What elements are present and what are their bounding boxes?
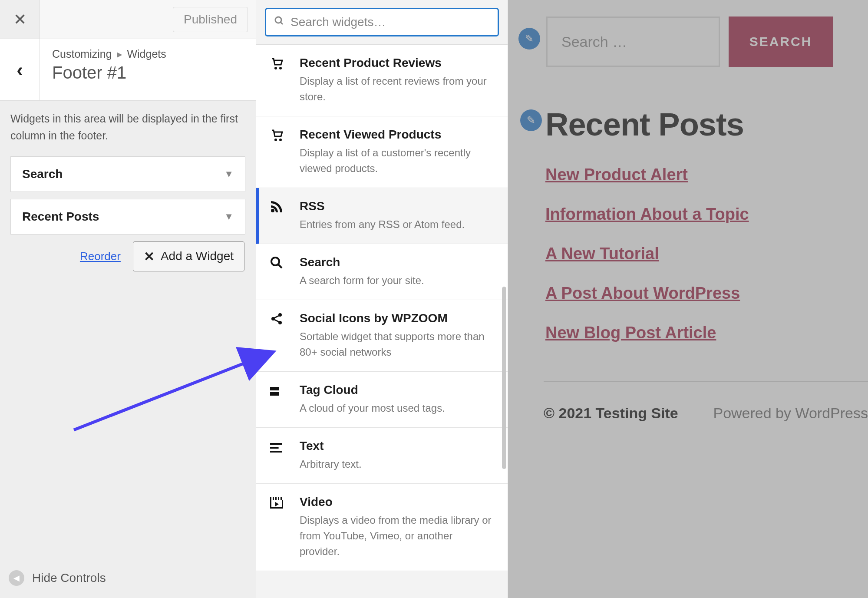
chevron-down-icon: ▼ (224, 168, 234, 180)
footer-powered-by: Powered by WordPress (713, 405, 868, 422)
widget-option-desc: Sortable widget that supports more than … (300, 329, 495, 360)
svg-point-5 (279, 139, 282, 141)
widget-option-text: SearchA search form for your site. (300, 255, 495, 288)
footer-divider (544, 381, 868, 382)
widget-option[interactable]: SearchA search form for your site. (256, 244, 508, 300)
widget-option-title: Tag Cloud (300, 383, 495, 397)
reorder-link[interactable]: Reorder (80, 250, 121, 263)
preview-search-button[interactable]: SEARCH (729, 17, 833, 67)
recent-post-link[interactable]: New Product Alert (545, 165, 868, 184)
widget-option-title: RSS (300, 199, 495, 213)
publish-area: Published (40, 0, 256, 39)
widget-slot-search[interactable]: Search ▼ (10, 156, 245, 192)
widget-search-box[interactable] (265, 8, 499, 36)
svg-line-13 (274, 320, 279, 322)
svg-point-6 (271, 209, 274, 212)
section-header-text: Customizing ▸ Widgets Footer #1 (40, 39, 256, 100)
add-widget-button[interactable]: ✕ Add a Widget (133, 241, 244, 271)
recent-post-link[interactable]: New Blog Post Article (545, 324, 868, 342)
widget-option-text: Recent Viewed ProductsDisplay a list of … (300, 128, 495, 176)
widget-option-title: Recent Viewed Products (300, 128, 495, 142)
svg-point-3 (279, 67, 282, 69)
edit-shortcut-button[interactable]: ✎ (520, 109, 542, 131)
close-icon: ✕ (144, 249, 155, 264)
triangle-left-icon: ◀ (9, 570, 24, 586)
widget-option[interactable]: Tag CloudA cloud of your most used tags. (256, 372, 508, 428)
widget-option[interactable]: Recent Product ReviewsDisplay a list of … (256, 45, 508, 116)
customizer-top-bar: ✕ Published (0, 0, 256, 39)
pencil-icon: ✎ (525, 33, 534, 45)
breadcrumb: Customizing ▸ Widgets (52, 48, 244, 60)
preview-inner: ✎ SEARCH ✎ Recent Posts New Product Aler… (508, 0, 868, 422)
widget-option[interactable]: Recent Viewed ProductsDisplay a list of … (256, 116, 508, 188)
widget-option-desc: Displays a video from the media library … (300, 512, 495, 559)
customizer-panel: ✕ Published ‹ Customizing ▸ Widgets Foot… (0, 0, 256, 598)
recent-post-link[interactable]: Information About a Topic (545, 205, 868, 224)
widget-slot-label: Recent Posts (22, 210, 99, 224)
widget-list[interactable]: Recent Product ReviewsDisplay a list of … (256, 45, 508, 598)
breadcrumb-root: Customizing (52, 48, 112, 60)
back-button[interactable]: ‹ (0, 39, 40, 100)
share-icon (270, 311, 287, 360)
page-title: Footer #1 (52, 63, 244, 83)
svg-point-0 (275, 17, 281, 23)
cart-icon (270, 128, 287, 176)
widget-option[interactable]: Social Icons by WPZOOMSortable widget th… (256, 300, 508, 372)
widget-option-desc: Arbitrary text. (300, 456, 495, 472)
widget-option-text: VideoDisplays a video from the media lib… (300, 495, 495, 559)
footer-copyright: © 2021 Testing Site (544, 405, 678, 422)
recent-posts-heading: Recent Posts (545, 106, 868, 143)
hide-controls-button[interactable]: ◀ Hide Controls (9, 570, 106, 586)
close-customizer-button[interactable]: ✕ (0, 0, 40, 39)
preview-search-widget: ✎ SEARCH (526, 17, 868, 67)
widget-option-title: Video (300, 495, 495, 509)
search-icon (274, 15, 284, 29)
scrollbar-track (502, 61, 506, 598)
widget-option[interactable]: VideoDisplays a video from the media lib… (256, 484, 508, 571)
widget-option-text: Recent Product ReviewsDisplay a list of … (300, 56, 495, 105)
site-preview: ✎ SEARCH ✎ Recent Posts New Product Aler… (508, 0, 868, 598)
add-widget-label: Add a Widget (161, 249, 234, 263)
widget-option-text: Tag CloudA cloud of your most used tags. (300, 383, 495, 416)
widget-slot-label: Search (22, 167, 63, 181)
close-icon: ✕ (13, 10, 26, 29)
hide-controls-label: Hide Controls (32, 571, 106, 585)
cart-icon (270, 56, 287, 105)
widget-option-text: RSSEntries from any RSS or Atom feed. (300, 199, 495, 232)
widget-option-desc: Entries from any RSS or Atom feed. (300, 217, 495, 232)
svg-point-2 (274, 67, 277, 69)
panel-actions: Reorder ✕ Add a Widget (10, 241, 245, 271)
widget-option-desc: Display a list of recent reviews from yo… (300, 73, 495, 105)
pencil-icon: ✎ (527, 114, 535, 126)
widget-option-title: Social Icons by WPZOOM (300, 311, 495, 325)
scrollbar-thumb[interactable] (502, 287, 506, 469)
widget-option-desc: A cloud of your most used tags. (300, 400, 495, 416)
chevron-left-icon: ‹ (17, 59, 23, 81)
section-header: ‹ Customizing ▸ Widgets Footer #1 (0, 39, 256, 101)
preview-recent-posts-widget: ✎ Recent Posts New Product AlertInformat… (528, 106, 868, 342)
preview-search-input[interactable] (546, 17, 720, 67)
widget-option-title: Search (300, 255, 495, 269)
rss-icon (270, 199, 287, 232)
widget-option-text: TextArbitrary text. (300, 439, 495, 472)
recent-post-link[interactable]: A Post About WordPress (545, 284, 868, 303)
svg-line-8 (278, 264, 282, 268)
video-icon (270, 495, 287, 559)
widget-option-title: Recent Product Reviews (300, 56, 495, 70)
widget-search-input[interactable] (290, 15, 490, 29)
breadcrumb-parent: Widgets (127, 48, 166, 60)
footer-credits: © 2021 Testing Site Powered by WordPress (544, 405, 868, 422)
widget-option[interactable]: TextArbitrary text. (256, 428, 508, 484)
widget-option[interactable]: RSSEntries from any RSS or Atom feed. (256, 188, 508, 244)
widget-search-wrap (256, 0, 508, 45)
lines-icon (270, 439, 287, 472)
widget-slot-recent-posts[interactable]: Recent Posts ▼ (10, 199, 245, 235)
published-button[interactable]: Published (173, 7, 248, 32)
panel-description: Widgets in this area will be displayed i… (10, 110, 245, 144)
search-icon (270, 255, 287, 288)
edit-shortcut-button[interactable]: ✎ (518, 28, 540, 50)
chevron-down-icon: ▼ (224, 211, 234, 222)
svg-point-7 (271, 258, 279, 265)
recent-post-link[interactable]: A New Tutorial (545, 244, 868, 263)
svg-point-4 (274, 139, 277, 141)
